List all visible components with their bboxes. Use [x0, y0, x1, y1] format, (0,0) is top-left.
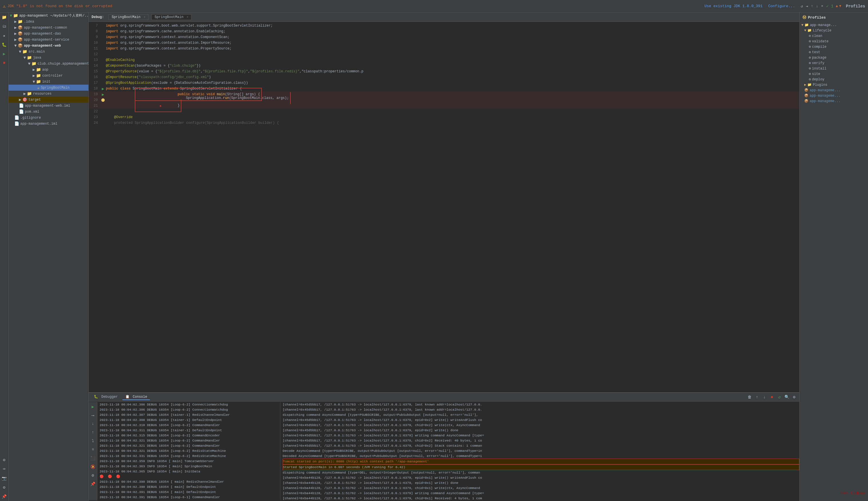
- tree-item-webiml[interactable]: 📄 app-management-web.iml: [9, 103, 88, 109]
- tree-item-root[interactable]: ▼ 📁 app-management ~/mydata/个人资料/...: [9, 13, 88, 19]
- tree-item-service[interactable]: ▶ 📦 app-management-service: [9, 36, 88, 43]
- maven-plugin-2[interactable]: 📦 app-manageme...: [800, 93, 868, 98]
- tree-item-idea[interactable]: ▶ 📁 .idea: [9, 19, 88, 24]
- tree-item-gitignore[interactable]: 📄 .gitignore: [9, 115, 88, 121]
- maven-header: Ⓜ Profiles: [800, 13, 868, 22]
- tree-item-dao[interactable]: ▶ 📦 app-management-dao: [9, 31, 88, 36]
- maven-site[interactable]: ⚙ site: [800, 71, 868, 77]
- maven-test[interactable]: ⚙ test: [800, 50, 868, 55]
- camera-icon[interactable]: 📷: [1, 475, 8, 481]
- gear-icon[interactable]: ⚙: [1, 484, 8, 491]
- tree-item-iml[interactable]: 📄 app-management.iml: [9, 121, 88, 127]
- maven-app-root[interactable]: ▼ 📁 app-manage...: [800, 22, 868, 28]
- console-pin-icon[interactable]: 📌: [89, 480, 96, 487]
- right-line-3: dispatching command AsyncCommand [type=P…: [283, 412, 800, 417]
- maven-lifecycle-group[interactable]: ▼ 📁 Lifecycle: [800, 28, 868, 33]
- maven-verify[interactable]: ⚙ verify: [800, 60, 868, 66]
- csdn-watermark: CSDN 个人版app: [840, 491, 865, 495]
- maven-plugins-group[interactable]: ▶ 📁 Plugins: [800, 82, 868, 87]
- console-line-10: 2023-11-18 00:04:02.321 DEBUG 18354 [Loo…: [99, 448, 280, 454]
- maven-root-icon: 📁: [804, 23, 809, 27]
- console-line-7: 2023-11-18 00:04:02.315 DEBUG 18354 [Loo…: [99, 433, 280, 438]
- console-filter-btn[interactable]: 🔍: [784, 394, 790, 400]
- console-settings2-icon[interactable]: ⚙: [89, 472, 96, 479]
- tree-item-resources[interactable]: ▶ 📁 resources: [9, 90, 88, 97]
- run-icon[interactable]: ▶: [1, 50, 8, 57]
- warning-text: JDK "1.8" is not found on the disk or co…: [8, 4, 705, 8]
- close-icon[interactable]: ×: [821, 4, 823, 9]
- right-line-9: [channel=0x45d5bb17, /127.0.0.1:51763 ->…: [283, 443, 800, 448]
- debugger-tab[interactable]: 🐛 Debugger: [91, 394, 121, 400]
- maven-install[interactable]: ⚙ install: [800, 66, 868, 71]
- debug-tab-1-close[interactable]: ×: [144, 16, 145, 19]
- console-rerun-btn[interactable]: ↺: [776, 394, 782, 400]
- maven-icon: Ⓜ: [803, 15, 806, 20]
- maven-deploy[interactable]: ⚙ deploy: [800, 77, 868, 82]
- left-toolbar: 📁 🗂 ★ 🐛 ▶ ■ ⚙ ⌨ 📷 ⚙ 📌: [0, 13, 9, 501]
- up-icon[interactable]: ↑: [811, 4, 813, 9]
- refresh-icon[interactable]: ↺: [801, 4, 803, 9]
- down-icon[interactable]: ↓: [816, 4, 818, 9]
- console-run-cursor-icon[interactable]: ⤵: [89, 438, 96, 444]
- console-step-over-icon[interactable]: ⟶: [89, 412, 96, 419]
- console-line-11: 2023-11-18 00:04:02.331 DEBUG 18354 [Loo…: [99, 454, 280, 459]
- code-editor[interactable]: 7 import org.springframework.boot.web.se…: [89, 22, 800, 392]
- configure-link[interactable]: Configure...: [768, 4, 795, 8]
- console-play-icon[interactable]: ▶: [89, 403, 96, 410]
- console-mute-icon[interactable]: 🔕: [89, 463, 96, 470]
- right-line-12-tomcat: Tomcat started on port(s): 8080 (http) w…: [283, 459, 800, 465]
- console-step-out-icon[interactable]: ↑: [89, 429, 96, 436]
- nav-up-icon[interactable]: ▲: [836, 4, 838, 8]
- console-stop-btn[interactable]: ■: [769, 394, 775, 400]
- tree-item-web[interactable]: ▼ 📦 app-management-web: [9, 43, 88, 49]
- console-line-19: 2023-11-18 00:04:02.391 DEBUG 18354 [Loo…: [99, 495, 280, 500]
- warning-icon: ⚠: [3, 3, 6, 9]
- maven-plugin-1[interactable]: 📦 app-manageme...: [800, 87, 868, 93]
- right-line-16: [channel=0xba44b128, /127.0.0.1:51762 ->…: [283, 480, 800, 486]
- maven-compile[interactable]: ⚙ compile: [800, 44, 868, 50]
- settings-icon[interactable]: ⚙: [1, 456, 8, 463]
- tree-item-aop[interactable]: ▶ 📁 aop: [9, 67, 88, 73]
- right-line-4: [channel=0x45d5bb17, /127.0.0.1:51763 ->…: [283, 417, 800, 423]
- right-line-19: [channel=0xba44b128, /127.0.0.1:51762 ->…: [283, 496, 800, 500]
- stop-icon[interactable]: ■: [1, 60, 8, 66]
- nav-down-icon[interactable]: ▼: [839, 4, 841, 8]
- tree-item-controller[interactable]: ▶ 📁 controller: [9, 73, 88, 79]
- debug-tab-2[interactable]: SpringBootMain ×: [151, 14, 191, 20]
- console-tab[interactable]: 📋 Console: [123, 394, 150, 400]
- maven-package[interactable]: ⚙ package: [800, 55, 868, 60]
- console-evaluate-icon[interactable]: ⌗: [89, 446, 96, 453]
- tree-item-common[interactable]: ▶ 📦 app-management-common: [9, 24, 88, 31]
- console-step-in-icon[interactable]: ↓: [89, 420, 96, 427]
- tree-item-srcmain[interactable]: ▼ 📁 src.main: [9, 49, 88, 55]
- tree-item-package[interactable]: ▼ 📁 club.chuige.appmanagement.: [9, 61, 88, 67]
- debug-tab-2-close[interactable]: ×: [187, 16, 188, 19]
- top-right-icons: ↺ ⇥ ↑ ↓ ×: [801, 4, 823, 9]
- console-down-btn[interactable]: ↓: [762, 394, 767, 400]
- console-clear-btn[interactable]: 🗑: [747, 394, 752, 400]
- jdk-link[interactable]: Use existing JDK 1.8.0_391: [705, 4, 762, 8]
- project-icon[interactable]: 📁: [1, 14, 8, 21]
- console-settings-btn[interactable]: ⚙: [791, 394, 797, 400]
- debug-tab-1-label: SpringBootMain: [112, 15, 140, 19]
- structure-icon[interactable]: 🗂: [1, 23, 8, 30]
- tab-icon[interactable]: ⇥: [806, 4, 808, 9]
- debug-label: Debug:: [92, 15, 104, 19]
- pin-icon[interactable]: 📌: [1, 493, 8, 500]
- console-output[interactable]: ▶ ⟶ ↓ ↑ ⤵ ⌗ ⬛ 🔕 ⚙ 📌 2023-11-18 00:04:02.…: [89, 402, 800, 501]
- terminal-icon[interactable]: ⌨: [1, 466, 8, 472]
- tree-item-springbootmain[interactable]: ☕ SpringBootMain: [9, 85, 88, 90]
- tree-item-init[interactable]: ▼ 📁 init: [9, 79, 88, 85]
- debug-tab-1[interactable]: SpringBootMain ×: [108, 14, 148, 20]
- tree-item-java[interactable]: ▼ 📁 java: [9, 55, 88, 61]
- maven-plugin-3[interactable]: 📦 app-manageme...: [800, 98, 868, 104]
- debug-icon[interactable]: 🐛: [1, 41, 8, 48]
- console-up-btn[interactable]: ↑: [754, 394, 760, 400]
- favorites-icon[interactable]: ★: [1, 32, 8, 39]
- tree-item-target[interactable]: ▶ 🎯 target: [9, 97, 88, 103]
- maven-clean[interactable]: ⚙ clean: [800, 33, 868, 39]
- tree-item-pom[interactable]: 📄 pom.xml: [9, 109, 88, 115]
- maven-validate[interactable]: ⚙ validate: [800, 39, 868, 44]
- console-stop2-icon[interactable]: ⬛: [89, 455, 96, 461]
- right-line-6: [channel=0x45d5bb17, /127.0.0.1:51763 ->…: [283, 428, 800, 433]
